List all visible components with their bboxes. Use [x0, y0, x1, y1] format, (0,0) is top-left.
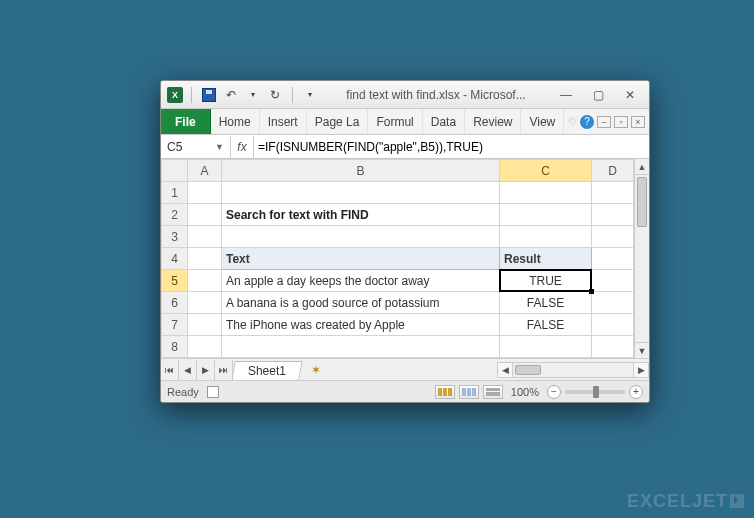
scroll-track[interactable] [635, 175, 649, 342]
formula-bar[interactable] [253, 136, 649, 158]
cell-B6[interactable]: A banana is a good source of potassium [222, 292, 500, 314]
row-header-8[interactable]: 8 [162, 336, 188, 358]
cell-C5[interactable]: TRUE [500, 270, 592, 292]
cell-D5[interactable] [592, 270, 634, 292]
spreadsheet-grid[interactable]: A B C D 1 2 Search for text with FIND [161, 159, 634, 358]
cell-C2[interactable] [500, 204, 592, 226]
row-header-2[interactable]: 2 [162, 204, 188, 226]
cell-B5[interactable]: An apple a day keeps the doctor away [222, 270, 500, 292]
row-header-7[interactable]: 7 [162, 314, 188, 336]
cell-B3[interactable] [222, 226, 500, 248]
cell-A7[interactable] [188, 314, 222, 336]
help-icon[interactable]: ? [580, 115, 594, 129]
sheet-nav-prev[interactable]: ◀ [179, 360, 197, 380]
zoom-in-button[interactable]: + [629, 385, 643, 399]
cell-D4[interactable] [592, 248, 634, 270]
zoom-out-button[interactable]: − [547, 385, 561, 399]
col-header-C[interactable]: C [500, 160, 592, 182]
ribbon-tab-data[interactable]: Data [423, 109, 465, 134]
cell-B7[interactable]: The iPhone was created by Apple [222, 314, 500, 336]
cell-D7[interactable] [592, 314, 634, 336]
name-box-dropdown-icon[interactable]: ▼ [215, 142, 224, 152]
cell-A1[interactable] [188, 182, 222, 204]
col-header-D[interactable]: D [592, 160, 634, 182]
cell-D8[interactable] [592, 336, 634, 358]
cell-C1[interactable] [500, 182, 592, 204]
minimize-button[interactable]: — [553, 87, 579, 103]
status-ready: Ready [167, 386, 199, 398]
undo-dropdown[interactable]: ▾ [244, 86, 262, 104]
select-all-corner[interactable] [162, 160, 188, 182]
cell-A2[interactable] [188, 204, 222, 226]
scroll-thumb[interactable] [637, 177, 647, 227]
ribbon-tab-insert[interactable]: Insert [260, 109, 307, 134]
page-layout-view-button[interactable] [459, 385, 479, 399]
ribbon-tab-pagelayout[interactable]: Page La [307, 109, 369, 134]
cell-D3[interactable] [592, 226, 634, 248]
scroll-up-button[interactable]: ▲ [635, 159, 649, 175]
cell-A5[interactable] [188, 270, 222, 292]
zoom-level[interactable]: 100% [507, 386, 543, 398]
file-tab[interactable]: File [161, 109, 211, 134]
hscroll-track[interactable] [513, 362, 633, 378]
ribbon-tab-formulas[interactable]: Formul [368, 109, 422, 134]
qat-customize-button[interactable]: ▾ [301, 86, 319, 104]
new-sheet-button[interactable]: ✶ [305, 362, 327, 378]
excel-app-icon[interactable]: X [167, 87, 183, 103]
cell-D6[interactable] [592, 292, 634, 314]
row-header-4[interactable]: 4 [162, 248, 188, 270]
cell-A3[interactable] [188, 226, 222, 248]
undo-button[interactable]: ↶ [222, 86, 240, 104]
zoom-slider-thumb[interactable] [593, 386, 599, 398]
ribbon-tab-view[interactable]: View [521, 109, 564, 134]
row-header-3[interactable]: 3 [162, 226, 188, 248]
row-header-6[interactable]: 6 [162, 292, 188, 314]
macro-record-icon[interactable] [207, 386, 219, 398]
sheet-nav-first[interactable]: ⏮ [161, 360, 179, 380]
normal-view-button[interactable] [435, 385, 455, 399]
cell-B2[interactable]: Search for text with FIND [222, 204, 500, 226]
cell-A8[interactable] [188, 336, 222, 358]
redo-button[interactable]: ↻ [266, 86, 284, 104]
sheet-nav-next[interactable]: ▶ [197, 360, 215, 380]
cell-C7[interactable]: FALSE [500, 314, 592, 336]
cell-C4[interactable]: Result [500, 248, 592, 270]
row-header-5[interactable]: 5 [162, 270, 188, 292]
cell-B4[interactable]: Text [222, 248, 500, 270]
cell-C6[interactable]: FALSE [500, 292, 592, 314]
horizontal-scrollbar[interactable]: ◀ ▶ [497, 362, 649, 378]
cell-A6[interactable] [188, 292, 222, 314]
ribbon-minimize-button[interactable]: – [597, 116, 611, 128]
sheet-tab-sheet1[interactable]: Sheet1 [231, 361, 302, 380]
hscroll-right-button[interactable]: ▶ [633, 362, 649, 378]
save-button[interactable] [200, 86, 218, 104]
ribbon-restore-button[interactable]: ▫ [614, 116, 628, 128]
hscroll-left-button[interactable]: ◀ [497, 362, 513, 378]
cell-B8[interactable] [222, 336, 500, 358]
maximize-button[interactable]: ▢ [585, 87, 611, 103]
zoom-slider[interactable] [565, 390, 625, 394]
row-header-1[interactable]: 1 [162, 182, 188, 204]
hscroll-thumb[interactable] [515, 365, 541, 375]
cell-C3[interactable] [500, 226, 592, 248]
cell-A4[interactable] [188, 248, 222, 270]
scroll-down-button[interactable]: ▼ [635, 342, 649, 358]
fx-icon[interactable]: fx [231, 140, 253, 154]
sheet-nav-last[interactable]: ⏭ [215, 360, 233, 380]
window-controls: — ▢ ✕ [553, 87, 643, 103]
cell-D2[interactable] [592, 204, 634, 226]
vertical-scrollbar[interactable]: ▲ ▼ [634, 159, 649, 358]
ribbon-tab-home[interactable]: Home [211, 109, 260, 134]
ribbon-tabs: File Home Insert Page La Formul Data Rev… [161, 109, 649, 135]
page-break-view-button[interactable] [483, 385, 503, 399]
name-box[interactable]: C5 ▼ [161, 136, 231, 158]
ribbon-chevron-icon[interactable]: ♡ [568, 116, 577, 127]
ribbon-close-button[interactable]: × [631, 116, 645, 128]
ribbon-tab-review[interactable]: Review [465, 109, 521, 134]
col-header-B[interactable]: B [222, 160, 500, 182]
cell-B1[interactable] [222, 182, 500, 204]
cell-D1[interactable] [592, 182, 634, 204]
cell-C8[interactable] [500, 336, 592, 358]
close-button[interactable]: ✕ [617, 87, 643, 103]
col-header-A[interactable]: A [188, 160, 222, 182]
